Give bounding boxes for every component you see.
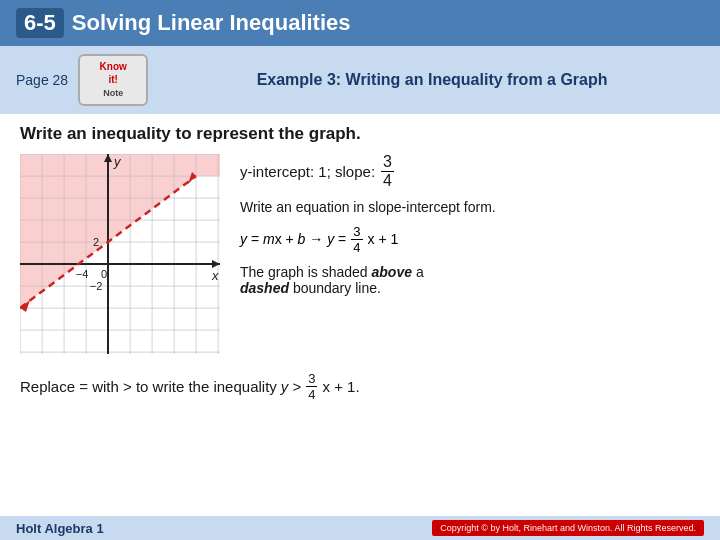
- slope-fraction: 3 4: [381, 154, 394, 189]
- replace-fraction: 3 4: [306, 372, 317, 401]
- footer-left: Holt Algebra 1: [16, 521, 104, 536]
- replace-end: x + 1.: [322, 378, 359, 395]
- bottom-line: Replace = with > to write the inequality…: [20, 372, 700, 401]
- replace-text: Replace = with > to write the inequality: [20, 378, 277, 395]
- eq-frac-den: 4: [351, 240, 362, 254]
- x-axis-label: x: [211, 268, 219, 283]
- shaded-text2: a: [416, 264, 424, 280]
- content-row: x y −4 0 2 −2: [20, 154, 700, 358]
- x-label-neg4: −4: [76, 268, 89, 280]
- replace-y: y >: [281, 378, 301, 395]
- y-intercept-info: y-intercept: 1; slope: 3 4: [240, 154, 700, 189]
- copyright-text: Copyright © by Holt, Rinehart and Winsto…: [432, 520, 704, 536]
- it-label: it!: [108, 74, 117, 85]
- header-title: Solving Linear Inequalities: [72, 10, 351, 36]
- replace-frac-den: 4: [306, 387, 317, 401]
- y-intercept-text: y-intercept: 1; slope:: [240, 163, 375, 180]
- main-content: Write an inequality to represent the gra…: [0, 114, 720, 411]
- lesson-badge: 6-5: [16, 8, 64, 38]
- page-label: Page 28: [16, 72, 68, 88]
- note-label: Note: [103, 88, 123, 98]
- y-label-2: 2: [93, 236, 99, 248]
- slope-numerator: 3: [381, 154, 394, 172]
- shaded-above: above: [372, 264, 412, 280]
- slope-intercept-eq: y = mx + b → y = 3 4 x + 1: [240, 225, 700, 254]
- shaded-text1: The graph is shaded: [240, 264, 368, 280]
- know-it-note: Know it! Note: [78, 54, 148, 106]
- example-title: Example 3: Writing an Inequality from a …: [160, 71, 704, 89]
- page-header: 6-5 Solving Linear Inequalities: [0, 0, 720, 46]
- sub-header: Page 28 Know it! Note Example 3: Writing…: [0, 46, 720, 114]
- eq-rhs: x + 1: [368, 231, 399, 247]
- graph-container: x y −4 0 2 −2: [20, 154, 220, 358]
- write-prompt: Write an inequality to represent the gra…: [20, 124, 700, 144]
- eq-fraction: 3 4: [351, 225, 362, 254]
- eq-frac-num: 3: [351, 225, 362, 240]
- slope-denominator: 4: [381, 172, 394, 189]
- coordinate-graph: x y −4 0 2 −2: [20, 154, 220, 354]
- know-label: Know: [100, 61, 127, 72]
- equation-intro: Write an equation in slope-intercept for…: [240, 199, 700, 215]
- x-label-0: 0: [101, 268, 107, 280]
- page-footer: Holt Algebra 1 Copyright © by Holt, Rine…: [0, 516, 720, 540]
- shaded-text3: boundary line.: [293, 280, 381, 296]
- eq-lhs: y = mx + b → y =: [240, 231, 346, 247]
- right-side: y-intercept: 1; slope: 3 4 Write an equa…: [240, 154, 700, 302]
- shaded-dashed: dashed: [240, 280, 289, 296]
- shaded-description: The graph is shaded above a dashed bound…: [240, 264, 700, 296]
- y-label-neg2: −2: [90, 280, 103, 292]
- replace-frac-num: 3: [306, 372, 317, 387]
